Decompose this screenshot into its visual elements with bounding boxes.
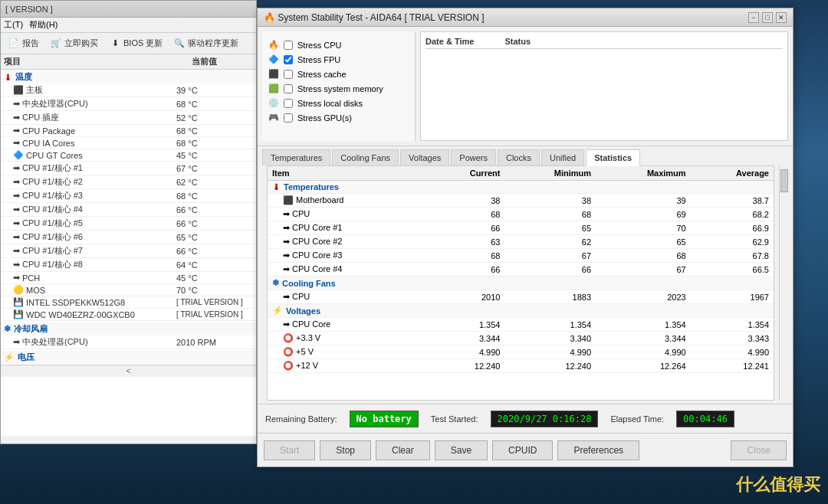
cpuid-button[interactable]: CPUID	[492, 440, 553, 460]
stop-button[interactable]: Stop	[320, 440, 371, 460]
tab-cooling-fans[interactable]: Cooling Fans	[332, 149, 399, 165]
list-item[interactable]: ➡CPU #1/核心 #4 66 °C	[1, 203, 256, 217]
list-item[interactable]: ➡CPU #1/核心 #7 66 °C	[1, 244, 256, 258]
stress-gpu-label: Stress GPU(s)	[297, 113, 352, 123]
list-item[interactable]: 💾INTEL SSDPEKKW512G8 [ TRIAL VERSION ]	[1, 296, 256, 309]
list-item[interactable]: ➡CPU 插座 52 °C	[1, 111, 256, 125]
table-section-voltages: ⚡ Voltages	[268, 304, 774, 318]
tab-clocks[interactable]: Clocks	[498, 149, 540, 165]
cpu-row-icon: ➡	[283, 209, 290, 218]
cpu-core-v-current: 1.354	[427, 318, 505, 332]
list-item[interactable]: 💾WDC WD40EZRZ-00GXCB0 [ TRIAL VERSION ]	[1, 309, 256, 321]
preferences-button[interactable]: Preferences	[557, 440, 639, 460]
row-name: ⬛ 主板	[13, 84, 176, 96]
start-button[interactable]: Start	[264, 440, 315, 460]
row-value: 62 °C	[176, 178, 253, 187]
list-item[interactable]: ➡CPU Package 68 °C	[1, 125, 256, 137]
cpu-fan-cell: ➡ CPU	[268, 290, 427, 304]
cpu-core1-min: 65	[504, 221, 596, 235]
main-title-bar: 🔥 System Stability Test - AIDA64 [ TRIAL…	[258, 8, 793, 27]
close-title-button[interactable]: ✕	[776, 12, 787, 23]
remaining-battery-value: No battery	[350, 411, 419, 427]
list-item[interactable]: ➡中央处理器(CPU) 2010 RPM	[1, 335, 256, 349]
list-item[interactable]: ➡CPU #1/核心 #3 68 °C	[1, 189, 256, 203]
ram-icon: 🟩	[268, 83, 279, 93]
scrollbar[interactable]	[779, 165, 788, 401]
12v-current: 12.240	[427, 359, 505, 373]
row-name: ➡中央处理器(CPU)	[13, 98, 176, 110]
maximize-button[interactable]: □	[762, 12, 773, 23]
report-button[interactable]: 📄 报告	[4, 36, 43, 51]
date-status-panel: Date & Time Status	[420, 31, 788, 141]
row-name: ➡CPU #1/核心 #3	[13, 190, 176, 201]
list-item[interactable]: 🔷CPU GT Cores 45 °C	[1, 149, 256, 162]
cpu-core3-icon: ➡	[283, 250, 290, 260]
tab-temperatures[interactable]: Temperatures	[262, 149, 330, 165]
tab-statistics[interactable]: Statistics	[586, 149, 640, 166]
table-row: ➡ CPU Core 1.354 1.354 1.354 1.354	[268, 318, 774, 332]
stress-gpu-checkbox[interactable]	[284, 113, 293, 123]
row-value: 52 °C	[176, 113, 253, 123]
tab-voltages[interactable]: Voltages	[400, 149, 449, 165]
fan-section-header[interactable]: ❄ 冷却风扇	[1, 322, 256, 335]
cpu-core2-max: 65	[596, 235, 691, 249]
12v-icon: ⭕	[283, 361, 294, 370]
stress-cache-label: Stress cache	[297, 70, 347, 79]
tabs-container: Temperatures Cooling Fans Voltages Power…	[258, 146, 793, 165]
5v-cell: ⭕ +5 V	[268, 345, 427, 359]
buy-button[interactable]: 🛒 立即购买	[46, 36, 102, 51]
thermometer-icon: 🌡	[4, 73, 12, 82]
minimize-button[interactable]: −	[748, 12, 759, 23]
stress-memory-checkbox[interactable]	[284, 84, 293, 93]
row-value: 2010 RPM	[176, 338, 253, 347]
menu-bar[interactable]: 工(T) 帮助(H)	[1, 18, 256, 33]
menu-item-help[interactable]: 帮助(H)	[29, 19, 58, 31]
tab-powers[interactable]: Powers	[451, 149, 496, 165]
report-icon: 📄	[8, 38, 20, 50]
bios-button[interactable]: ⬇ BIOS 更新	[105, 36, 166, 51]
tab-unified[interactable]: Unified	[541, 149, 584, 165]
menu-item-tools[interactable]: 工(T)	[4, 19, 23, 31]
save-button[interactable]: Save	[435, 440, 488, 460]
stress-cpu-item: 🔥 Stress CPU	[268, 38, 409, 52]
voltage-section-header[interactable]: ⚡ 电压	[1, 351, 256, 364]
row-value: 68 °C	[176, 126, 253, 136]
stress-disk-checkbox[interactable]	[284, 99, 293, 108]
left-panel: [ VERSION ] 工(T) 帮助(H) 📄 报告 🛒 立即购买 ⬇ BIO…	[0, 0, 257, 444]
list-item[interactable]: ⬛ 主板 39 °C	[1, 83, 256, 97]
stress-memory-label: Stress system memory	[297, 84, 383, 93]
motherboard-cell: ⬛ Motherboard	[268, 194, 427, 208]
cpu-core4-min: 66	[504, 263, 596, 277]
row-value: 66 °C	[176, 205, 253, 214]
list-item[interactable]: ➡CPU #1/核心 #1 67 °C	[1, 162, 256, 175]
list-item[interactable]: ➡中央处理器(CPU) 68 °C	[1, 97, 256, 111]
stress-cache-checkbox[interactable]	[284, 70, 293, 79]
list-item[interactable]: ➡PCH 45 °C	[1, 272, 256, 284]
driver-button[interactable]: 🔍 驱动程序更新	[169, 36, 242, 51]
stress-fpu-checkbox[interactable]	[284, 55, 293, 64]
row-name: 🟡MOS	[13, 285, 176, 295]
stress-gpu-item: 🎮 Stress GPU(s)	[268, 110, 409, 125]
clear-button[interactable]: Clear	[376, 440, 430, 460]
list-item[interactable]: ➡CPU #1/核心 #5 66 °C	[1, 217, 256, 231]
list-item[interactable]: ➡CPU #1/核心 #2 62 °C	[1, 175, 256, 189]
fan-section: ❄ 冷却风扇 ➡中央处理器(CPU) 2010 RPM	[1, 322, 256, 350]
row-value: 39 °C	[176, 86, 253, 95]
cpu-icon: ➡	[13, 163, 20, 173]
row-value: [ TRIAL VERSION ]	[176, 298, 253, 306]
cpu-icon: ➡	[13, 232, 20, 242]
stats-area: Item Current Minimum Maximum Average	[262, 165, 788, 401]
status-label: Status	[504, 37, 531, 46]
row-value: 66 °C	[176, 219, 253, 228]
stress-cpu-label: Stress CPU	[297, 41, 341, 50]
stress-cpu-checkbox[interactable]	[284, 41, 293, 50]
temperature-section-header[interactable]: 🌡 温度	[1, 70, 256, 83]
row-value: 65 °C	[176, 233, 253, 242]
list-item[interactable]: 🟡MOS 70 °C	[1, 284, 256, 296]
scrollbar-thumb[interactable]	[780, 169, 788, 192]
list-item[interactable]: ➡CPU #1/核心 #8 64 °C	[1, 258, 256, 272]
list-item[interactable]: ➡CPU #1/核心 #6 65 °C	[1, 231, 256, 244]
list-item[interactable]: ➡CPU IA Cores 68 °C	[1, 137, 256, 149]
cpu-fan-min: 1883	[504, 290, 596, 304]
close-button[interactable]: Close	[731, 440, 787, 460]
